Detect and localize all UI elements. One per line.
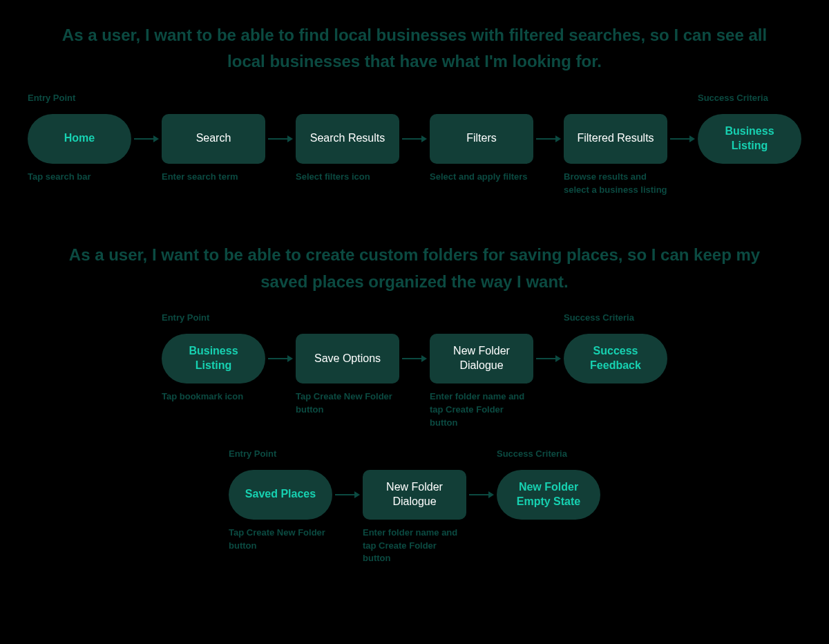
step-top-label: Success Criteria [698,93,801,110]
user-story-heading: As a user, I want to be able to create c… [48,242,781,295]
flow-step: New Folder Dialogue Enter folder name an… [430,313,533,430]
flow-step: New Folder Dialogue Enter folder name an… [363,449,466,566]
step-caption: Enter folder name and tap Create Folder … [430,390,533,430]
step-caption: Tap Create New Folder button [229,527,332,553]
step-top-label: Entry Point [162,313,265,330]
success-criteria-node: Business Listing [698,114,801,164]
flow-unit: Success Criteria Business Listing [698,93,801,171]
step-top-label [430,313,533,330]
screen-node: Save Options [296,334,399,383]
screen-node: Search [162,114,265,164]
flow-unit: Search Results Select filters icon [296,93,430,184]
flow-unit: Filtered Results Browse results and sele… [564,93,698,197]
step-caption: Browse results and select a business lis… [564,171,667,197]
screen-node: Search Results [296,114,399,164]
flow-unit: Filters Select and apply filters [430,93,564,184]
flow-row: Entry Point Saved Places Tap Create New … [28,449,801,566]
flow-unit: Success Criteria New Folder Empty State [497,449,600,527]
arrow-icon [265,313,296,383]
arrow-icon [399,93,430,164]
step-caption: Select filters icon [296,171,399,184]
step-caption: Enter folder name and tap Create Folder … [363,527,466,566]
flow-unit: New Folder Dialogue Enter folder name an… [430,313,564,430]
flow-unit: Success Criteria Success Feedback [564,313,667,390]
success-criteria-node: New Folder Empty State [497,470,600,520]
flow-step: Success Criteria Business Listing [698,93,801,171]
step-caption: Tap search bar [28,171,131,184]
flow-unit: Entry Point Saved Places Tap Create New … [229,449,363,553]
step-caption: Tap bookmark icon [162,390,265,404]
diagram-canvas: As a user, I want to be able to find loc… [0,0,829,579]
step-top-label: Success Criteria [497,449,600,466]
arrow-icon [533,313,564,383]
screen-node: Filtered Results [564,114,667,164]
step-top-label [363,449,466,466]
arrow-icon [466,449,497,520]
flow-step: Entry Point Home Tap search bar [28,93,131,184]
step-top-label [430,93,533,110]
flow-unit: Entry Point Home Tap search bar [28,93,162,184]
flow-step: Success Criteria New Folder Empty State [497,449,600,527]
step-caption: Select and apply filters [430,171,533,184]
arrow-icon [265,93,296,164]
arrow-icon [667,93,698,164]
step-top-label [296,313,399,330]
flow-unit: Entry Point Business Listing Tap bookmar… [162,313,296,404]
flow-step: Search Enter search term [162,93,265,184]
arrow-icon [332,449,363,520]
step-caption: Enter search term [162,171,265,184]
flow-row: Entry Point Home Tap search bar Search E… [28,93,801,197]
flow-step: Entry Point Saved Places Tap Create New … [229,449,332,553]
step-top-label [296,93,399,110]
arrow-icon [131,93,162,164]
step-top-label [162,93,265,110]
step-top-label: Entry Point [229,449,332,466]
flow-row: Entry Point Business Listing Tap bookmar… [28,313,801,430]
screen-node: New Folder Dialogue [430,334,533,383]
user-story-heading: As a user, I want to be able to find loc… [48,22,781,75]
flow-step: Filtered Results Browse results and sele… [564,93,667,197]
flow-step: Search Results Select filters icon [296,93,399,184]
flow-step: Save Options Tap Create New Folder butto… [296,313,399,417]
entry-point-node: Home [28,114,131,164]
entry-point-node: Business Listing [162,334,265,383]
arrow-icon [533,93,564,164]
flow-unit: Save Options Tap Create New Folder butto… [296,313,430,417]
step-top-label [564,93,667,110]
step-top-label: Success Criteria [564,313,667,330]
flow-unit: Search Enter search term [162,93,296,184]
flow-step: Success Criteria Success Feedback [564,313,667,390]
flow-step: Entry Point Business Listing Tap bookmar… [162,313,265,404]
arrow-icon [399,313,430,383]
entry-point-node: Saved Places [229,470,332,520]
step-top-label: Entry Point [28,93,131,110]
flow-step: Filters Select and apply filters [430,93,533,184]
success-criteria-node: Success Feedback [564,334,667,383]
screen-node: Filters [430,114,533,164]
screen-node: New Folder Dialogue [363,470,466,520]
flow-unit: New Folder Dialogue Enter folder name an… [363,449,497,566]
step-caption: Tap Create New Folder button [296,390,399,417]
